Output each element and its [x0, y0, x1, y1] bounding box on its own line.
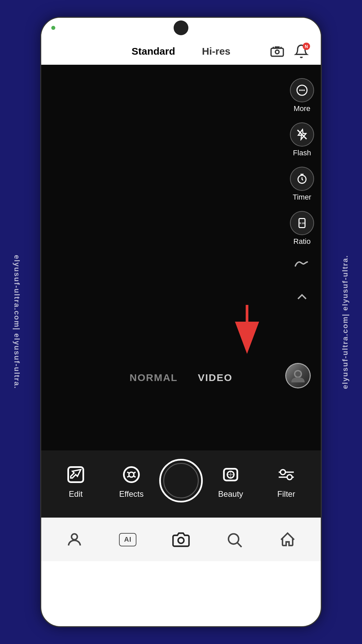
filter-icon: [274, 463, 298, 487]
flip-camera-button[interactable]: [268, 42, 287, 61]
user-thumb-image: [286, 364, 310, 387]
tab-hires[interactable]: Hi-res: [195, 43, 237, 60]
notification-badge: N: [303, 43, 310, 50]
phone-frame: Standard Hi-res N: [40, 17, 322, 627]
svg-point-15: [129, 472, 134, 477]
wave-button[interactable]: [291, 255, 313, 277]
camera-viewfinder: More Flash: [41, 65, 321, 450]
timer-icon: [290, 167, 314, 191]
svg-point-18: [281, 470, 286, 475]
svg-text:9:16: 9:16: [300, 222, 305, 225]
svg-point-2: [299, 90, 301, 91]
nav-home[interactable]: [261, 531, 314, 548]
arrow-annotation: [227, 302, 267, 357]
watermark-right: elyusuf-ultra.com| elyusuf-ultra.: [341, 255, 350, 389]
more-icon: [290, 78, 314, 102]
mode-normal[interactable]: NORMAL: [129, 372, 178, 383]
notification-button[interactable]: N: [292, 42, 311, 61]
watermark-left: elyusuf-ultra.com| elyusuf-ultra.: [12, 255, 21, 389]
status-bar: [41, 18, 321, 38]
svg-point-4: [303, 90, 305, 91]
timer-label: Timer: [293, 193, 311, 202]
ratio-icon: 9:16: [290, 211, 314, 235]
filter-label: Filter: [277, 489, 295, 499]
bottom-toolbar: Edit Effects: [41, 450, 321, 518]
svg-point-0: [276, 50, 279, 54]
beauty-button[interactable]: Beauty: [203, 463, 258, 499]
ai-badge: AI: [119, 533, 136, 546]
svg-point-22: [228, 534, 238, 544]
nav-profile[interactable]: [48, 531, 101, 548]
beauty-icon: [219, 463, 243, 487]
mode-video[interactable]: VIDEO: [198, 372, 232, 383]
effects-button[interactable]: Effects: [104, 463, 159, 499]
edit-button[interactable]: Edit: [48, 463, 104, 499]
svg-point-21: [178, 537, 184, 543]
user-thumbnail[interactable]: [285, 363, 311, 388]
flash-icon: [290, 122, 314, 147]
nav-icons: N: [268, 42, 311, 61]
svg-line-23: [238, 543, 242, 547]
effects-icon: [119, 463, 143, 487]
nav-camera[interactable]: [155, 531, 208, 548]
status-dot: [51, 26, 55, 30]
selfie-camera: [174, 20, 188, 35]
svg-point-20: [72, 534, 77, 539]
tab-standard[interactable]: Standard: [125, 43, 182, 60]
flash-button[interactable]: Flash: [290, 122, 314, 157]
filter-button[interactable]: Filter: [258, 463, 314, 499]
flash-label: Flash: [293, 149, 311, 157]
svg-point-19: [287, 475, 292, 480]
nav-search[interactable]: [207, 531, 261, 548]
ratio-button[interactable]: 9:16 Ratio: [290, 211, 314, 246]
svg-point-12: [295, 371, 301, 377]
beauty-label: Beauty: [218, 489, 243, 499]
svg-point-3: [301, 90, 303, 91]
more-label: More: [294, 104, 310, 113]
bottom-nav: AI: [41, 518, 321, 561]
camera-sidebar: More Flash: [290, 78, 314, 308]
effects-label: Effects: [119, 489, 144, 499]
edit-label: Edit: [69, 489, 82, 499]
timer-button[interactable]: Timer: [290, 167, 314, 202]
nav-ai[interactable]: AI: [101, 533, 155, 546]
edit-icon: [64, 463, 88, 487]
mode-selector: NORMAL VIDEO: [41, 372, 321, 383]
shutter-button[interactable]: [159, 459, 203, 502]
top-nav: Standard Hi-res N: [41, 38, 321, 65]
shutter-inner: [163, 463, 199, 498]
collapse-button[interactable]: [291, 286, 313, 308]
ratio-label: Ratio: [293, 237, 310, 246]
more-button[interactable]: More: [290, 78, 314, 113]
